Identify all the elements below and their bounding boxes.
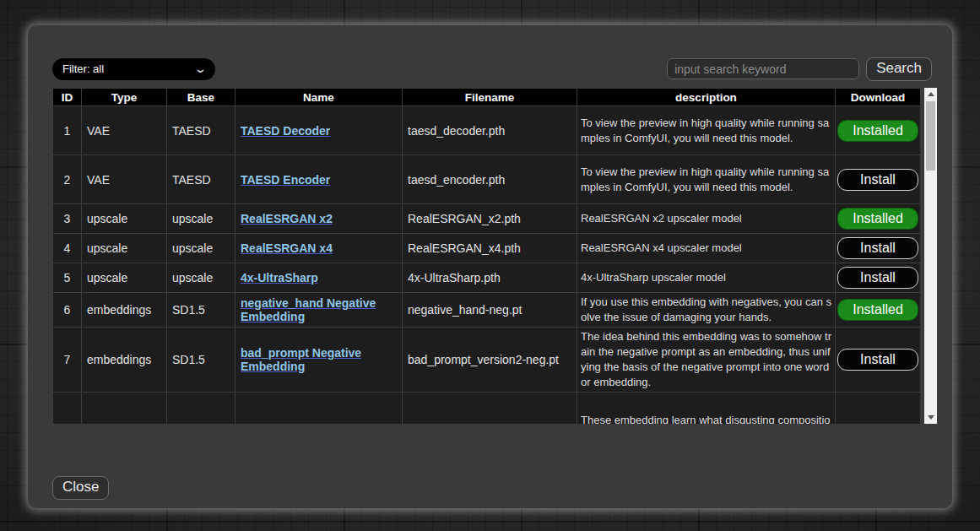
cell-filename: RealESRGAN_x4.pth	[403, 234, 577, 263]
download-cell: Install	[836, 234, 921, 263]
cell-id: 7	[53, 328, 82, 393]
cell-type: VAE	[82, 106, 167, 155]
cell-description: If you use this embedding with negatives…	[577, 293, 836, 328]
cell-id	[53, 393, 82, 425]
cell-id: 2	[53, 155, 82, 204]
installed-button[interactable]: Installed	[837, 299, 918, 321]
cell-base: upscale	[167, 234, 236, 263]
cell-type: VAE	[82, 155, 167, 204]
model-name-link[interactable]: bad_prompt Negative Embedding	[241, 346, 361, 373]
cell-id: 1	[53, 106, 82, 155]
table-row: 7 embeddings SD1.5 bad_prompt Negative E…	[53, 328, 921, 393]
cell-base: TAESD	[167, 106, 236, 155]
model-name-link[interactable]: 4x-UltraSharp	[241, 271, 318, 284]
cell-base	[167, 393, 236, 425]
header-base: Base	[167, 89, 236, 106]
search-button[interactable]: Search	[866, 57, 932, 81]
installed-button[interactable]: Installed	[837, 120, 918, 142]
cell-filename: taesd_encoder.pth	[403, 155, 577, 204]
cell-filename: taesd_decoder.pth	[403, 106, 577, 155]
cell-name: 4x-UltraSharp	[236, 263, 403, 293]
cell-name	[236, 393, 403, 425]
models-table-container: ID Type Base Name Filename description D…	[52, 88, 937, 424]
cell-filename: negative_hand-neg.pt	[403, 293, 577, 328]
scroll-down-arrow-icon[interactable]	[924, 411, 937, 424]
models-table: ID Type Base Name Filename description D…	[52, 88, 921, 424]
download-cell: Install	[836, 155, 921, 204]
search-group: Search	[667, 57, 932, 81]
cell-filename: 4x-UltraSharp.pth	[403, 263, 577, 293]
install-button[interactable]: Install	[837, 267, 918, 289]
cell-name: RealESRGAN x2	[236, 204, 403, 234]
download-cell: Install	[836, 328, 921, 393]
install-button[interactable]: Install	[837, 349, 918, 371]
filter-dropdown[interactable]: Filter: all ⌄	[52, 58, 215, 80]
install-models-dialog: Filter: all ⌄ Search ID Type Base Name	[28, 25, 952, 508]
download-cell	[836, 393, 921, 425]
scrollbar-thumb[interactable]	[926, 101, 935, 171]
table-header-row: ID Type Base Name Filename description D…	[53, 89, 921, 106]
cell-description: To view the preview in high quality whil…	[577, 106, 836, 155]
download-cell: Installed	[836, 293, 921, 328]
cell-name: TAESD Encoder	[236, 155, 403, 204]
model-name-link[interactable]: negative_hand Negative Embedding	[241, 296, 376, 323]
close-button[interactable]: Close	[52, 476, 109, 500]
table-row: 5 upscale upscale 4x-UltraSharp 4x-Ultra…	[53, 263, 921, 293]
cell-base: upscale	[167, 204, 236, 234]
table-row: 3 upscale upscale RealESRGAN x2 RealESRG…	[53, 204, 921, 234]
cell-filename: RealESRGAN_x2.pth	[403, 204, 577, 234]
cell-type: embeddings	[82, 328, 167, 393]
models-table-body: 1 VAE TAESD TAESD Decoder taesd_decoder.…	[53, 106, 921, 425]
header-id: ID	[53, 89, 82, 106]
cell-name: TAESD Decoder	[236, 106, 403, 155]
download-cell: Install	[836, 263, 921, 293]
cell-name: bad_prompt Negative Embedding	[236, 328, 403, 393]
cell-name: RealESRGAN x4	[236, 234, 403, 263]
table-row: 4 upscale upscale RealESRGAN x4 RealESRG…	[53, 234, 921, 263]
cell-description: RealESRGAN x4 upscaler model	[577, 234, 836, 263]
model-name-link[interactable]: RealESRGAN x2	[241, 212, 333, 225]
table-row: 6 embeddings SD1.5 negative_hand Negativ…	[53, 293, 921, 328]
install-button[interactable]: Install	[837, 169, 918, 191]
install-button[interactable]: Install	[837, 237, 918, 259]
header-name: Name	[236, 89, 403, 106]
installed-button[interactable]: Installed	[837, 208, 918, 230]
download-cell: Installed	[836, 204, 921, 234]
model-name-link[interactable]: TAESD Encoder	[241, 173, 330, 187]
cell-type: embeddings	[82, 293, 167, 328]
cell-base: SD1.5	[167, 293, 236, 328]
cell-id: 6	[53, 293, 82, 328]
header-download: Download	[836, 89, 921, 106]
cell-base: upscale	[167, 263, 236, 293]
search-input[interactable]	[667, 58, 859, 79]
header-filename: Filename	[403, 89, 577, 106]
models-table-clip: ID Type Base Name Filename description D…	[52, 88, 924, 424]
cell-description: RealESRGAN x2 upscaler model	[577, 204, 836, 234]
download-cell: Installed	[836, 106, 921, 155]
cell-type	[82, 393, 167, 425]
cell-id: 5	[53, 263, 82, 293]
cell-type: upscale	[82, 204, 167, 234]
chevron-down-icon: ⌄	[194, 65, 207, 73]
cell-base: SD1.5	[167, 328, 236, 393]
cell-type: upscale	[82, 263, 167, 293]
table-row: 1 VAE TAESD TAESD Decoder taesd_decoder.…	[53, 106, 921, 155]
model-name-link[interactable]: RealESRGAN x4	[241, 241, 333, 255]
cell-filename: bad_prompt_version2-neg.pt	[403, 328, 577, 393]
model-name-link[interactable]: TAESD Decoder	[241, 124, 330, 138]
cell-id: 3	[53, 204, 82, 234]
cell-description: To view the preview in high quality whil…	[577, 155, 836, 204]
filter-dropdown-value: Filter: all	[62, 62, 104, 75]
dialog-footer: Close	[52, 476, 952, 500]
cell-filename	[403, 393, 577, 425]
dialog-toolbar: Filter: all ⌄ Search	[52, 57, 932, 80]
cell-description: The idea behind this embedding was to so…	[577, 328, 836, 393]
cell-type: upscale	[82, 234, 167, 263]
header-type: Type	[82, 89, 167, 106]
cell-base: TAESD	[167, 155, 236, 204]
cell-description: 4x-UltraSharp upscaler model	[577, 263, 836, 293]
scroll-up-arrow-icon[interactable]	[924, 88, 937, 100]
cell-name: negative_hand Negative Embedding	[236, 293, 403, 328]
vertical-scrollbar[interactable]	[924, 88, 937, 424]
table-row: These embedding learn what disgusting co…	[53, 393, 921, 425]
